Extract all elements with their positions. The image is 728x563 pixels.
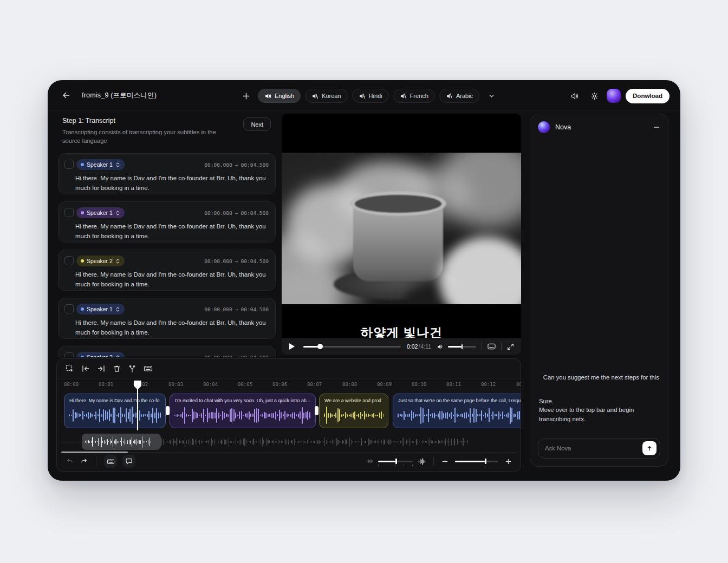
keyboard-icon [144, 364, 153, 372]
keyboard-shortcuts-button[interactable] [104, 455, 117, 468]
speaker-color-dot [81, 356, 84, 357]
lang-pill-arabic[interactable]: Arabic [439, 89, 479, 103]
segment-checkbox[interactable] [64, 304, 74, 313]
clip-gap-handle[interactable] [166, 406, 170, 415]
lang-pill-hindi[interactable]: Hindi [352, 89, 389, 103]
split-clip-button[interactable] [128, 364, 136, 373]
clip-label: I'm excited to chat with you very soon. … [175, 398, 310, 403]
language-bar: English Korean Hindi French Arabic [238, 88, 499, 103]
segment-checkbox[interactable] [64, 256, 74, 265]
delete-clip-button[interactable] [113, 364, 121, 373]
download-button[interactable]: Donwload [626, 89, 670, 103]
trim-end-button[interactable] [97, 364, 106, 373]
lang-label: Korean [322, 93, 341, 99]
seek-handle[interactable] [317, 344, 323, 349]
clip-label: Just so that we're on the same page befo… [398, 398, 521, 403]
speaker-select[interactable]: Speaker 1 [76, 159, 125, 170]
zoom-slider[interactable] [455, 461, 498, 462]
zoom-out-button[interactable] [441, 458, 448, 465]
play-button[interactable] [289, 343, 295, 350]
fullscreen-button[interactable] [507, 343, 514, 350]
transcript-segment[interactable]: Speaker 1 00:00.000→00:04.500 Hi there. … [58, 298, 276, 339]
speaker-label: Speaker 2 [87, 258, 113, 264]
ruler-label: 00:12 [481, 382, 496, 387]
captions-button[interactable] [487, 343, 496, 350]
speaker-select[interactable]: Speaker 2 [76, 256, 125, 266]
lang-pill-french[interactable]: French [393, 89, 435, 103]
user-avatar[interactable] [607, 89, 621, 103]
slider-handle[interactable] [485, 459, 486, 464]
clip-gap-handle[interactable] [315, 406, 318, 415]
lang-label: Hindi [369, 93, 382, 99]
volume-slider[interactable] [448, 346, 476, 348]
track-height-slider[interactable] [378, 461, 413, 462]
seek-bar[interactable] [303, 346, 401, 348]
ruler-label: 00:08 [342, 382, 357, 387]
more-languages-button[interactable] [484, 88, 499, 103]
settings-button[interactable] [587, 88, 602, 103]
select-tool-button[interactable] [66, 364, 74, 373]
transcript-segment[interactable]: Speaker 2 00:00.000→00:04.500 Hi there. … [58, 346, 276, 357]
ruler-label: 00:10 [412, 382, 426, 387]
ruler-label: 00:04 [203, 382, 218, 387]
slider-fill [455, 461, 485, 462]
back-button[interactable] [58, 88, 74, 103]
ask-nova-input[interactable] [545, 445, 642, 451]
lang-pill-english[interactable]: English [258, 89, 301, 103]
timeline-clip[interactable]: We are a website and prod... [319, 394, 388, 428]
transcript-segment[interactable]: Speaker 1 00:00.000→00:04.500 Hi there. … [58, 201, 276, 243]
trim-start-button[interactable] [81, 364, 90, 373]
shortcuts-button[interactable] [144, 364, 153, 372]
minimize-button[interactable] [653, 123, 660, 131]
video-player: 하얗게 빛나건 0:02/4:11 [282, 114, 521, 355]
segment-text[interactable]: Hi there. My name is Dav and I'm the co-… [75, 222, 268, 241]
plus-icon [242, 92, 250, 100]
next-step-button[interactable]: Next [243, 117, 271, 131]
ruler-label: 00:11 [446, 382, 461, 387]
chevron-down-icon [488, 93, 495, 100]
segment-text[interactable]: Hi there. My name is Dav and I'm the co-… [75, 270, 268, 289]
minus-icon [653, 123, 660, 131]
segment-timestamp: 00:00.000→00:04.500 [204, 162, 269, 168]
video-art-cup-rim [350, 191, 446, 216]
speaker-label: Speaker 1 [87, 210, 113, 216]
transcript-segment[interactable]: Speaker 1 00:00.000→00:04.500 Hi there. … [58, 153, 276, 194]
speaker-select[interactable]: Speaker 1 [76, 304, 125, 315]
video-frame[interactable]: 하얗게 빛나건 [282, 114, 521, 338]
timeline-clip[interactable]: Just so that we're on the same page befo… [393, 394, 521, 428]
timeline-ruler[interactable]: 00:00 00:01 00:02 00:03 00:04 00:05 00:0… [57, 378, 521, 391]
speaker-select[interactable]: Speaker 2 [76, 352, 125, 357]
slider-handle[interactable] [395, 459, 397, 464]
send-button[interactable] [642, 441, 656, 455]
undo-icon [66, 457, 74, 465]
master-volume-button[interactable] [567, 88, 582, 103]
clip-waveform [324, 405, 384, 425]
timeline-clip[interactable]: I'm excited to chat with you very soon. … [170, 394, 316, 428]
transcript-segment[interactable]: Speaker 2 00:00.000→00:04.500 Hi there. … [58, 250, 276, 291]
speaker-select[interactable]: Speaker 1 [76, 207, 125, 218]
segment-checkbox[interactable] [64, 160, 74, 169]
gear-icon [590, 92, 599, 100]
comments-button[interactable] [122, 455, 135, 468]
timeline-clip[interactable]: Hi there. My name is Dav and I'm the co-… [64, 394, 166, 428]
timeline-minimap[interactable] [61, 435, 517, 449]
video-controls: 0:02/4:11 [282, 338, 521, 355]
segment-checkbox[interactable] [64, 208, 74, 217]
plus-icon [505, 458, 512, 465]
topbar-left: fromis_9 (프로미스나인) [58, 80, 157, 110]
topbar: fromis_9 (프로미스나인) English Korean Hindi F… [48, 80, 680, 110]
segment-checkbox[interactable] [64, 352, 74, 357]
redo-button[interactable] [80, 457, 88, 465]
segment-text[interactable]: Hi there. My name is Dav and I'm the co-… [75, 318, 268, 337]
volume-handle[interactable] [461, 344, 463, 349]
undo-button[interactable] [66, 457, 74, 465]
minimap-view-window[interactable] [82, 434, 161, 450]
keyboard-icon [107, 458, 115, 465]
lang-label: Arabic [456, 93, 473, 99]
zoom-in-button[interactable] [505, 458, 512, 465]
add-language-button[interactable] [238, 88, 253, 103]
lang-pill-korean[interactable]: Korean [305, 89, 347, 103]
segment-text[interactable]: Hi there. My name is Dav and I'm the co-… [75, 174, 268, 193]
speaker-on-icon [264, 93, 271, 100]
volume-icon[interactable] [437, 343, 444, 350]
